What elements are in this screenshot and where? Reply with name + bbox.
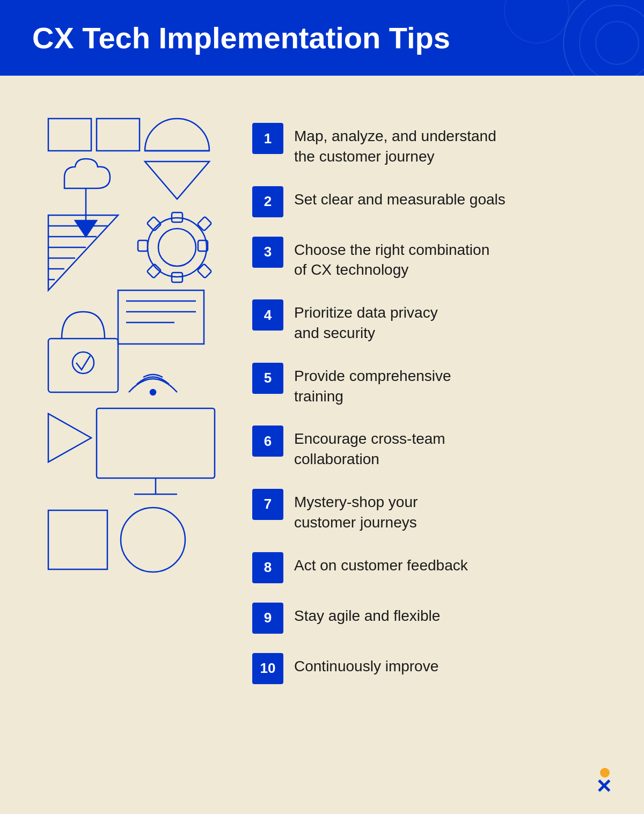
list-item: 3Choose the right combination of CX tech… [252, 227, 612, 290]
page-title: CX Tech Implementation Tips [32, 20, 612, 55]
header: CX Tech Implementation Tips [0, 0, 644, 76]
tip-number-badge: 1 [252, 123, 283, 154]
list-item: 6Encourage cross-team collaboration [252, 416, 612, 479]
list-item: 8Act on customer feedback [252, 542, 612, 593]
tip-text: Set clear and measurable goals [294, 186, 506, 210]
list-item: 1Map, analyze, and understand the custom… [252, 113, 612, 177]
logo-dot [600, 768, 610, 778]
list-item: 4Prioritize data privacy and security [252, 290, 612, 353]
svg-point-34 [150, 390, 156, 395]
illustration [32, 108, 231, 700]
tip-text: Provide comprehensive training [294, 363, 451, 407]
tip-number-badge: 6 [252, 426, 283, 457]
tip-text: Mystery-shop your customer journeys [294, 489, 418, 533]
main-content: 1Map, analyze, and understand the custom… [0, 76, 644, 732]
svg-rect-15 [138, 240, 148, 251]
svg-marker-10 [75, 221, 97, 237]
tip-number-badge: 4 [252, 299, 283, 331]
svg-point-33 [72, 352, 94, 373]
tips-list: 1Map, analyze, and understand the custom… [252, 108, 612, 700]
svg-marker-35 [48, 414, 91, 462]
svg-rect-28 [118, 290, 204, 344]
tip-text: Stay agile and flexible [294, 603, 440, 626]
tip-text: Encourage cross-team collaboration [294, 426, 445, 470]
footer-logo: ✕ [596, 775, 612, 798]
svg-marker-8 [145, 162, 209, 199]
tip-text: Choose the right combination of CX techn… [294, 237, 489, 281]
tip-text: Prioritize data privacy and security [294, 299, 438, 343]
tip-number-badge: 7 [252, 489, 283, 520]
tip-number-badge: 9 [252, 603, 283, 634]
tip-number-badge: 3 [252, 237, 283, 268]
list-item: 10Continuously improve [252, 643, 612, 694]
tip-text: Act on customer feedback [294, 552, 468, 576]
tip-text: Map, analyze, and understand the custome… [294, 123, 496, 167]
logo-x-icon: ✕ [596, 775, 612, 798]
list-item: 9Stay agile and flexible [252, 593, 612, 643]
list-item: 5Provide comprehensive training [252, 353, 612, 416]
list-item: 2Set clear and measurable goals [252, 177, 612, 227]
svg-rect-36 [97, 408, 215, 478]
svg-point-40 [121, 508, 185, 572]
tip-text: Continuously improve [294, 653, 438, 677]
tip-number-badge: 2 [252, 186, 283, 217]
svg-point-12 [158, 229, 196, 266]
tip-number-badge: 5 [252, 363, 283, 394]
tip-number-badge: 8 [252, 552, 283, 583]
svg-rect-32 [48, 339, 118, 392]
svg-rect-4 [48, 119, 91, 151]
svg-rect-5 [97, 119, 140, 151]
svg-rect-39 [48, 510, 107, 569]
tip-number-badge: 10 [252, 653, 283, 684]
list-item: 7Mystery-shop your customer journeys [252, 479, 612, 542]
